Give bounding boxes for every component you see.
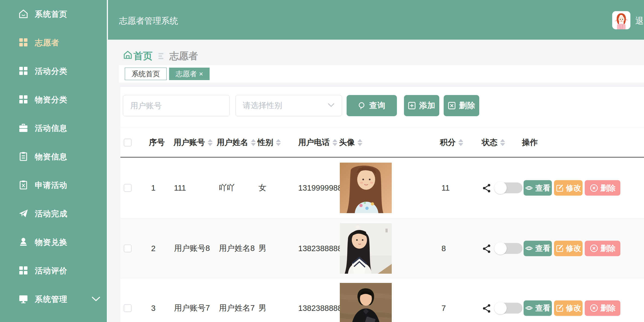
view-button[interactable]: 查看 — [524, 180, 552, 196]
sidebar-item-volunteers[interactable]: 志愿者 — [0, 29, 107, 57]
home-icon — [18, 9, 28, 20]
sidebar-item-material-info[interactable]: 物资信息 — [0, 143, 107, 171]
cell-points: 11 — [441, 184, 450, 192]
cell-gender: 女 — [259, 182, 266, 193]
sidebar-item-activity-category[interactable]: 活动分类 — [0, 57, 107, 86]
x-square-icon — [448, 102, 456, 110]
grid-icon — [18, 94, 28, 105]
column-header: 头像 — [339, 137, 355, 148]
column-header: 操作 — [522, 137, 538, 148]
sidebar-item-label: 系统管理 — [35, 294, 67, 305]
select-all-checkbox[interactable] — [124, 138, 132, 146]
column-header: 状态 — [482, 137, 497, 148]
search-button-label: 查询 — [369, 100, 386, 111]
share-icon[interactable] — [482, 183, 491, 192]
sidebar-item-home[interactable]: 系统首页 — [0, 0, 107, 29]
sidebar-item-label: 活动信息 — [35, 123, 67, 134]
column-header: 用户账号 — [173, 137, 205, 148]
view-button-label: 查看 — [535, 183, 550, 193]
cell-name: 用户姓名7 — [219, 303, 255, 314]
breadcrumb-separator-icon — [158, 53, 163, 59]
sort-icon[interactable] — [357, 139, 362, 146]
sidebar-item-label: 物资信息 — [35, 151, 67, 162]
tab-system-home[interactable]: 系统首页 — [125, 68, 167, 80]
account-search-input[interactable] — [123, 95, 230, 116]
row-checkbox[interactable] — [124, 184, 132, 192]
edit-button[interactable]: 修改 — [554, 180, 583, 196]
cell-no: 1 — [151, 184, 155, 192]
user-avatar[interactable] — [612, 11, 630, 29]
cell-account: 用户账号7 — [174, 303, 210, 314]
edit-button-label: 修改 — [566, 243, 581, 254]
gender-select-placeholder: 请选择性别 — [243, 100, 328, 111]
cell-no: 2 — [151, 244, 155, 253]
table-row: 3 用户账号7 用户姓名7 男 13823888887 7 查看 修改 删除 — [120, 278, 644, 322]
sidebar-item-material-category[interactable]: 物资分类 — [0, 86, 107, 114]
chevron-down-icon — [328, 103, 335, 108]
gender-select[interactable]: 请选择性别 — [235, 95, 342, 116]
edit-icon — [556, 184, 564, 192]
logout-button[interactable]: 退出 — [635, 15, 644, 27]
sidebar-item-activity-info[interactable]: 活动信息 — [0, 114, 107, 143]
share-icon[interactable] — [482, 244, 491, 253]
sort-icon[interactable] — [458, 139, 463, 146]
sort-icon[interactable] — [500, 139, 505, 146]
x-circle-icon — [590, 184, 598, 192]
sort-icon[interactable] — [251, 139, 256, 146]
table-row: 2 用户账号8 用户姓名8 男 13823888888 8 查看 修改 — [120, 219, 644, 278]
search-button[interactable]: 查询 — [347, 95, 397, 116]
view-button-label: 查看 — [535, 243, 550, 254]
profile-photo — [340, 283, 392, 322]
edit-button-label: 修改 — [566, 303, 581, 313]
close-icon[interactable]: × — [199, 70, 203, 77]
sort-icon[interactable] — [208, 139, 213, 146]
row-checkbox[interactable] — [124, 304, 132, 312]
view-button[interactable]: 查看 — [524, 241, 552, 256]
view-button[interactable]: 查看 — [524, 300, 552, 316]
sidebar-scrollbar-track — [107, 0, 108, 322]
grid-icon — [18, 37, 28, 48]
row-checkbox[interactable] — [124, 244, 132, 252]
chevron-down-icon — [91, 294, 101, 305]
batch-delete-button-label: 删除 — [459, 100, 475, 111]
monitor-icon — [18, 294, 28, 305]
paper-plane-icon — [18, 209, 28, 219]
share-icon[interactable] — [482, 304, 491, 313]
status-toggle[interactable] — [494, 182, 522, 193]
sidebar-item-label: 活动完成 — [35, 209, 67, 219]
tab-volunteers[interactable]: 志愿者 × — [169, 68, 210, 80]
toggle-knob — [494, 182, 507, 194]
eye-icon — [525, 244, 533, 252]
delete-button[interactable]: 删除 — [585, 300, 620, 316]
briefcase-icon — [18, 123, 28, 134]
sidebar-item-system-manage[interactable]: 系统管理 — [0, 285, 107, 314]
plus-square-icon — [408, 102, 416, 110]
table-header: 序号 用户账号 用户姓名 性别 用户电话 头像 积分 状态 操作 — [120, 128, 644, 157]
add-button[interactable]: 添加 — [404, 95, 439, 116]
column-header: 用户姓名 — [217, 137, 248, 148]
batch-delete-button[interactable]: 删除 — [444, 95, 479, 116]
status-toggle[interactable] — [494, 303, 522, 314]
eye-icon — [525, 184, 533, 192]
profile-photo — [340, 223, 392, 274]
breadcrumb-current: 志愿者 — [169, 50, 198, 62]
toggle-knob — [494, 302, 507, 314]
view-button-label: 查看 — [535, 303, 550, 313]
sidebar-item-label: 系统首页 — [35, 9, 67, 20]
breadcrumb-home-link[interactable]: 首页 — [123, 50, 153, 62]
sort-icon[interactable] — [276, 139, 281, 146]
sidebar-item-label: 物资兑换 — [35, 237, 67, 248]
edit-button[interactable]: 修改 — [554, 300, 583, 316]
sidebar-item-material-exchange[interactable]: 物资兑换 — [0, 228, 107, 257]
edit-button[interactable]: 修改 — [554, 241, 583, 256]
delete-button-label: 删除 — [601, 183, 616, 193]
delete-button[interactable]: 删除 — [585, 180, 620, 196]
grid-icon — [18, 66, 28, 77]
sidebar-item-activity-review[interactable]: 活动评价 — [0, 257, 107, 285]
sort-icon[interactable] — [332, 139, 337, 146]
sidebar-item-apply-activity[interactable]: 申请活动 — [0, 171, 107, 200]
status-toggle[interactable] — [494, 243, 522, 254]
column-header: 积分 — [440, 137, 456, 148]
delete-button[interactable]: 删除 — [585, 241, 620, 256]
sidebar-item-activity-complete[interactable]: 活动完成 — [0, 200, 107, 228]
